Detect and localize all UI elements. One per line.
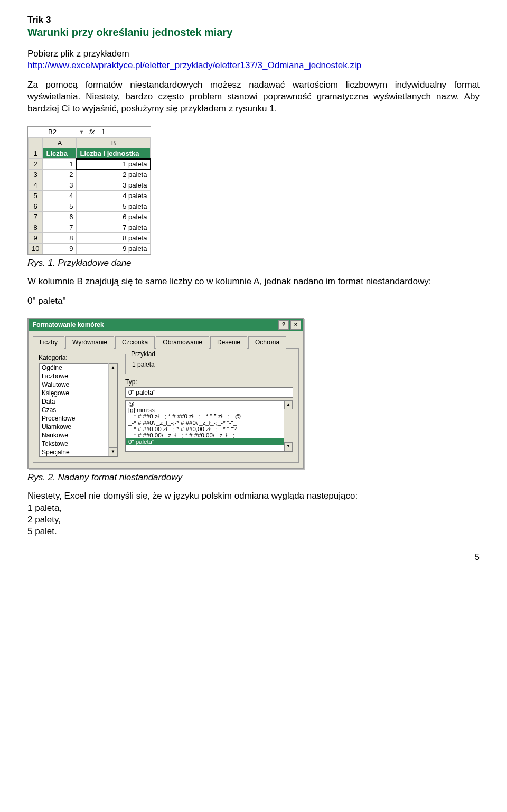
download-label: Pobierz plik z przykładem <box>27 49 129 59</box>
row-header[interactable]: 8 <box>29 222 43 233</box>
list-item[interactable]: Tekstowe <box>39 440 117 448</box>
tab-ochrona[interactable]: Ochrona <box>248 336 286 349</box>
header-cell-liczba-i-jednostka[interactable]: Liczba i jednostka <box>77 148 151 159</box>
cell[interactable]: 5 <box>43 201 77 212</box>
list-item[interactable]: Naukowe <box>39 431 117 440</box>
cell[interactable]: 7 paleta <box>77 222 151 233</box>
list-item: 1 paleta, <box>27 503 62 513</box>
figure-2-caption: Rys. 2. Nadany format niestandardowy <box>27 472 480 483</box>
cell[interactable]: 9 paleta <box>77 244 151 254</box>
list-item-selected[interactable]: Niestandardowe <box>39 456 117 457</box>
list-item[interactable]: Procentowe <box>39 414 117 423</box>
cell[interactable]: 9 <box>43 244 77 254</box>
tab-liczby[interactable]: Liczby <box>33 336 64 349</box>
kategoria-label: Kategoria: <box>39 354 118 361</box>
typ-label: Typ: <box>125 378 293 386</box>
cell[interactable]: 1 <box>43 159 77 170</box>
row-header[interactable]: 5 <box>29 191 43 201</box>
cell[interactable]: 7 <box>43 222 77 233</box>
list-item[interactable]: _-* # ##0,00 zł_-;-* # ##0,00 zł_-;_-* "… <box>126 426 293 432</box>
cell[interactable]: 6 <box>43 212 77 222</box>
list-item[interactable]: Liczbowe <box>39 372 117 380</box>
scroll-down-icon[interactable]: ▼ <box>109 447 117 456</box>
row-header[interactable]: 6 <box>29 201 43 212</box>
cell[interactable]: 8 <box>43 233 77 244</box>
cell-selected[interactable]: 1 paleta <box>77 159 151 170</box>
cell[interactable]: 2 paleta <box>77 170 151 180</box>
list-item[interactable]: Ogólne <box>39 363 117 372</box>
typ-input[interactable]: 0" paleta" <box>125 387 293 398</box>
list-item[interactable]: Czas <box>39 406 117 414</box>
tab-wyrownanie[interactable]: Wyrównanie <box>65 336 114 349</box>
list-item[interactable]: _-* # ##0\ _z_ł_-;-* # ##0\ _z_ł_-;_-* "… <box>126 419 293 426</box>
cell[interactable]: 2 <box>43 170 77 180</box>
header-cell-liczba[interactable]: Liczba <box>43 148 77 159</box>
row-header[interactable]: 9 <box>29 233 43 244</box>
row-header[interactable]: 2 <box>29 159 43 170</box>
paragraph-3-intro: Niestety, Excel nie domyśli się, że w ję… <box>27 491 358 501</box>
cell[interactable]: 8 paleta <box>77 233 151 244</box>
format-cells-dialog: Formatowanie komórek ? × Liczby Wyrównan… <box>27 318 304 469</box>
scroll-up-icon[interactable]: ▲ <box>109 363 117 372</box>
close-button[interactable]: × <box>290 320 301 330</box>
list-item[interactable]: Księgowe <box>39 389 117 397</box>
row-header[interactable]: 4 <box>29 180 43 191</box>
tab-strip: Liczby Wyrównanie Czcionka Obramowanie D… <box>33 335 299 349</box>
scroll-down-icon[interactable]: ▼ <box>284 442 293 451</box>
typ-listbox[interactable]: @ [g]:mm:ss _-* # ##0 zł_-;-* # ##0 zł_-… <box>125 400 293 452</box>
tab-obramowanie[interactable]: Obramowanie <box>156 336 209 349</box>
help-button[interactable]: ? <box>278 320 289 330</box>
row-header[interactable]: 3 <box>29 170 43 180</box>
list-item[interactable]: Ułamkowe <box>39 423 117 431</box>
przyklad-value: 1 paleta <box>130 360 288 369</box>
col-header-b[interactable]: B <box>77 138 151 148</box>
list-item[interactable]: Walutowe <box>39 380 117 389</box>
trik-number: Trik 3 <box>27 15 480 25</box>
tab-czcionka[interactable]: Czcionka <box>115 336 155 349</box>
list-item: 2 palety, <box>27 515 61 525</box>
list-item[interactable]: Data <box>39 397 117 406</box>
list-item[interactable]: Specjalne <box>39 448 117 456</box>
row-header[interactable]: 1 <box>29 148 43 159</box>
worksheet-grid: A B 1 Liczba Liczba i jednostka 2 1 1 pa… <box>28 137 151 254</box>
name-box-dropdown-icon[interactable]: ▼ <box>77 129 86 135</box>
kategoria-listbox[interactable]: Ogólne Liczbowe Walutowe Księgowe Data C… <box>39 363 118 457</box>
col-header-a[interactable]: A <box>43 138 77 148</box>
paragraph-3: Niestety, Excel nie domyśli się, że w ję… <box>27 490 480 538</box>
page-number: 5 <box>27 553 480 562</box>
tab-panel-liczby: Kategoria: Ogólne Liczbowe Walutowe Księ… <box>33 349 299 463</box>
trik-title: Warunki przy określaniu jednostek miary <box>27 26 480 39</box>
cell[interactable]: 4 <box>43 191 77 201</box>
dialog-title: Formatowanie komórek <box>33 321 104 329</box>
scroll-up-icon[interactable]: ▲ <box>284 400 293 409</box>
tab-desenie[interactable]: Desenie <box>210 336 247 349</box>
cell[interactable]: 3 paleta <box>77 180 151 191</box>
cell[interactable]: 3 <box>43 180 77 191</box>
cell[interactable]: 5 paleta <box>77 201 151 212</box>
przyklad-group: Przykład 1 paleta <box>125 354 293 374</box>
select-all-corner[interactable] <box>29 138 43 148</box>
list-item[interactable]: @ <box>126 400 293 407</box>
list-item: 5 palet. <box>27 526 57 536</box>
excel-fragment: B2 ▼ fx 1 A B 1 Liczba Liczba i jednostk… <box>27 126 151 255</box>
list-item-selected[interactable]: 0" paleta" <box>126 438 293 445</box>
formula-value[interactable]: 1 <box>98 127 151 137</box>
name-box[interactable]: B2 <box>28 127 77 137</box>
cell[interactable]: 6 paleta <box>77 212 151 222</box>
przyklad-label: Przykład <box>129 350 157 358</box>
download-link[interactable]: http://www.excelwpraktyce.pl/eletter_prz… <box>27 60 361 70</box>
fx-label[interactable]: fx <box>86 127 98 137</box>
row-header[interactable]: 7 <box>29 212 43 222</box>
typ-scrollbar[interactable]: ▲ ▼ <box>284 400 293 451</box>
dialog-titlebar[interactable]: Formatowanie komórek ? × <box>29 319 303 331</box>
list-item[interactable]: [g]:mm:ss <box>126 407 293 413</box>
list-item[interactable]: _-* # ##0,00\ _z_ł_-;-* # ##0,00\ _z_ł_-… <box>126 432 293 438</box>
formula-bar: B2 ▼ fx 1 <box>28 127 151 137</box>
cell[interactable]: 4 paleta <box>77 191 151 201</box>
paragraph-2: W kolumnie B znajdują się te same liczby… <box>27 276 480 287</box>
list-item[interactable]: _-* # ##0 zł_-;-* # ##0 zł_-;_-* "-" zł_… <box>126 413 293 419</box>
format-string: 0" paleta" <box>27 295 480 307</box>
paragraph-1: Za pomocą formatów niestandardowych może… <box>27 79 480 115</box>
kategoria-scrollbar[interactable]: ▲ ▼ <box>108 363 117 456</box>
row-header[interactable]: 10 <box>29 244 43 254</box>
